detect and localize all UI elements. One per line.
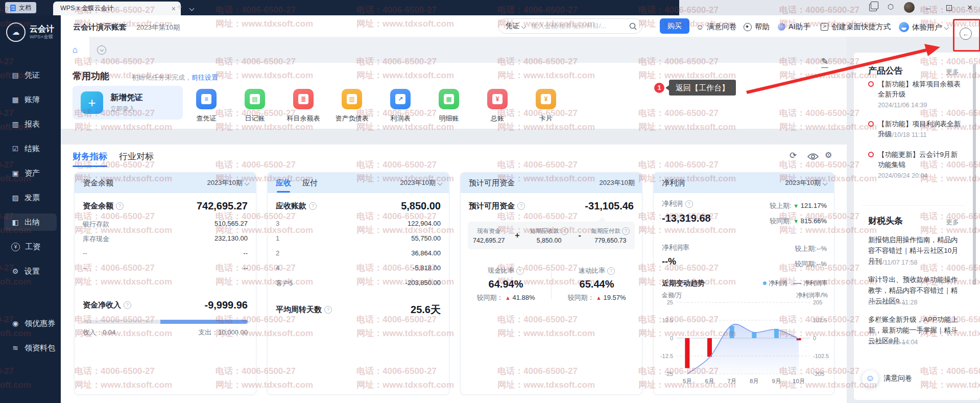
- smiley-icon: ☺: [696, 22, 704, 31]
- edit-pencil-icon[interactable]: ✎: [821, 56, 828, 68]
- row-label: 1: [276, 234, 279, 242]
- global-search[interactable]: 凭证: [498, 18, 642, 34]
- sidebar-item-5[interactable]: ▨发票: [4, 189, 57, 206]
- browser-avatar[interactable]: [904, 2, 915, 13]
- init-notice-text: 初始化任务未完成，: [132, 74, 192, 81]
- svg-text:25: 25: [667, 299, 673, 305]
- period-selector[interactable]: 2023年10期: [207, 178, 249, 187]
- account-set-name[interactable]: 云会计演示账套: [73, 22, 127, 32]
- app-label: 日记账: [230, 114, 279, 123]
- main-metric: 资金余额? 742,695.27: [83, 200, 248, 212]
- app-明细账[interactable]: ▦明细账: [424, 89, 473, 123]
- survey-button[interactable]: ☺满意问卷: [696, 22, 736, 32]
- metric-label: 速动比率?: [579, 266, 615, 275]
- 工资-icon: ¥: [11, 243, 20, 251]
- sidebar-item-8[interactable]: ⚙设置: [4, 263, 57, 280]
- tab-industry-benchmark[interactable]: 行业对标: [119, 151, 154, 162]
- help-icon[interactable]: ?: [622, 227, 630, 235]
- tab-financial-indicators[interactable]: 财务指标: [73, 151, 107, 162]
- new-tab-button[interactable]: +: [177, 2, 182, 12]
- window-close-button[interactable]: ×: [962, 1, 977, 14]
- sidebar-footer-item-1[interactable]: ≋领资料包: [4, 339, 57, 357]
- search-scope[interactable]: 凭证: [506, 21, 519, 31]
- app-label: 卡片: [521, 114, 570, 123]
- delta-value: 121.17%: [801, 202, 827, 209]
- help-icon[interactable]: ?: [607, 267, 615, 275]
- history-clock-icon[interactable]: [97, 45, 106, 55]
- buy-button[interactable]: 购买: [660, 18, 689, 34]
- row-value: --: [243, 249, 248, 257]
- sidebar-item-0[interactable]: ▤凭证: [4, 66, 57, 84]
- survey-fab[interactable]: ☺ 满意问卷: [862, 370, 912, 387]
- right-panel: 产品公告 更多 【新功能】核算项目余额表全新升级2024/11/06 14:39…: [854, 53, 980, 400]
- app-glyph: ¥: [541, 94, 551, 104]
- tab-payable[interactable]: 应付: [302, 178, 318, 188]
- go-to-settings-link[interactable]: 前往设置: [192, 74, 218, 81]
- app-查凭证[interactable]: ≡查凭证: [182, 89, 231, 123]
- trend-chart: 2520512.5102.500-12.5-102.5-25-2055月6月7月…: [656, 298, 833, 393]
- calc-label: 短期应收款?: [530, 227, 568, 235]
- scrollbar-thumb[interactable]: [973, 64, 976, 285]
- delta-value: 41.88%: [513, 294, 535, 301]
- help-icon[interactable]: ?: [517, 202, 525, 210]
- period-value: 2023年10期: [785, 178, 821, 187]
- sidebar-item-4[interactable]: ▣资产: [4, 164, 57, 182]
- docs-button[interactable]: 文档: [5, 2, 36, 13]
- sidebar-item-3[interactable]: ☑结账: [4, 140, 57, 157]
- announcements-more-link[interactable]: 更多: [946, 67, 959, 77]
- window-restore-button[interactable]: [941, 1, 957, 14]
- search-input[interactable]: [531, 22, 629, 30]
- app-卡片[interactable]: ¥卡片: [521, 89, 570, 123]
- window-minimize-button[interactable]: –: [920, 1, 936, 14]
- expense: 支出：10,000.00: [198, 328, 248, 337]
- tab-close-icon[interactable]: ×: [172, 5, 176, 13]
- sidebar-item-label: 出纳: [25, 218, 40, 227]
- app-总账[interactable]: ¥总账: [473, 89, 522, 123]
- refresh-icon[interactable]: ⟳: [790, 150, 797, 161]
- ai-assistant-button[interactable]: ···AI助手: [778, 22, 810, 32]
- 利润表-icon: ↗: [390, 89, 411, 109]
- gear-icon[interactable]: ⚙: [825, 150, 832, 160]
- help-icon[interactable]: ?: [116, 202, 124, 210]
- help-icon[interactable]: ?: [561, 227, 568, 235]
- sidebar-item-7[interactable]: ¥工资: [4, 238, 57, 255]
- apps-cube-icon[interactable]: ⬡: [888, 3, 894, 11]
- card-title: 净利润: [662, 178, 685, 188]
- sidebar-item-6[interactable]: ◧出纳: [4, 214, 57, 231]
- help-icon[interactable]: ?: [324, 306, 332, 314]
- period-selector[interactable]: 2023年10期: [785, 178, 827, 187]
- app-科目余额表[interactable]: ≣科目余额表: [279, 89, 328, 123]
- plus-icon[interactable]: +: [81, 91, 103, 114]
- home-icon: ⌂: [73, 45, 78, 55]
- table-row: 库存现金232,130.00: [83, 234, 248, 244]
- help-button[interactable]: 帮助: [744, 22, 770, 32]
- search-icon[interactable]: [629, 22, 637, 30]
- create-desktop-shortcut-button[interactable]: ↗创建桌面快捷方式: [821, 22, 891, 32]
- tab-home[interactable]: ⌂: [61, 37, 89, 63]
- app-资产负债表[interactable]: ▥资产负债表: [327, 89, 376, 123]
- tab-overview-icon[interactable]: [869, 4, 877, 11]
- app-利润表[interactable]: ↗利润表: [376, 89, 425, 123]
- calc-value: 742,695.27: [473, 237, 505, 244]
- row-label: --: [83, 264, 87, 272]
- announcement-date: 2024/09/24 20:04: [878, 172, 927, 179]
- app-日记账[interactable]: ▤日记账: [230, 89, 279, 123]
- tab-receivable[interactable]: 应收: [276, 178, 291, 188]
- svg-text:12.5: 12.5: [662, 317, 673, 323]
- eye-icon[interactable]: [807, 153, 819, 160]
- help-icon[interactable]: ?: [685, 200, 693, 208]
- period-selector[interactable]: 2023年10期: [400, 178, 442, 187]
- sidebar-item-2[interactable]: ▥报表: [4, 115, 57, 133]
- active-browser-tab[interactable]: WPS x 金蝶云会计 ×: [53, 2, 181, 15]
- headlines-more-link[interactable]: 更多: [946, 218, 959, 227]
- help-icon[interactable]: ?: [124, 301, 131, 309]
- metric-label: 现金比率?: [488, 266, 524, 275]
- delta-label: 较上期:: [770, 202, 792, 209]
- user-menu[interactable]: 体验用户: [899, 22, 948, 32]
- search-scope-chevron-icon[interactable]: [521, 23, 527, 29]
- sidebar-item-1[interactable]: ▦账簿: [4, 91, 57, 108]
- help-icon[interactable]: ?: [309, 202, 317, 210]
- smiley-icon: ☺: [862, 370, 878, 387]
- sidebar-footer-item-0[interactable]: ◉领优惠券: [4, 315, 57, 332]
- help-icon[interactable]: ?: [516, 267, 524, 275]
